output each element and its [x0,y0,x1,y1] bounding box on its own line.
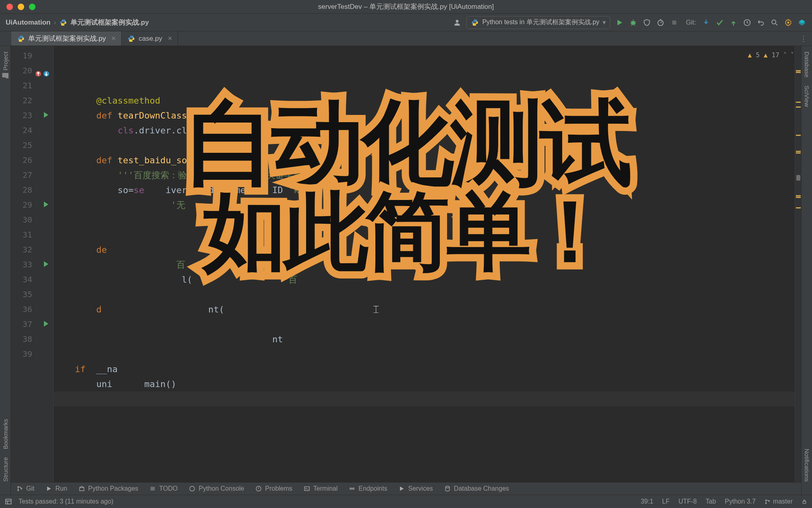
code-line[interactable]: cls.driver.close() [54,123,795,138]
toolwindows-toggle-icon[interactable] [5,498,12,505]
code-line[interactable]: d nt( [54,302,795,317]
scrollbar-thumb[interactable] [796,175,800,181]
chevron-down-icon[interactable]: ˅ [791,48,794,62]
code-line[interactable] [54,287,795,302]
code-with-me-icon[interactable] [798,18,806,27]
lock-icon[interactable] [802,499,807,504]
editor[interactable]: 1920212223242526272829303132333435363738… [11,46,801,482]
svg-point-0 [62,20,63,21]
git-branch[interactable]: master [764,498,793,505]
run-gutter-icon[interactable] [44,321,48,327]
code-line[interactable]: nt [54,332,795,347]
run-button[interactable] [615,18,624,27]
inspections-widget[interactable]: ▲ 5 ▲ 17 ˄ ˅ [748,48,794,62]
git-commit-icon[interactable] [715,18,724,27]
git-label: Git: [686,19,696,26]
profile-button[interactable] [656,18,665,27]
run-configuration-selector[interactable]: Python tests in 单元测试框架案例实战.py ▾ [466,16,610,29]
run-gutter-icon[interactable] [44,112,48,118]
project-toolwindow-button[interactable]: Project [2,52,9,79]
code-line[interactable] [54,347,795,362]
debug-button[interactable] [629,18,638,27]
code-line[interactable]: if __na [54,362,795,377]
breadcrumb-project[interactable]: UiAutomation [6,19,50,27]
code-line[interactable]: '无 [54,198,795,212]
code-line[interactable]: de [54,242,795,257]
code-line[interactable] [54,227,795,242]
code-line[interactable] [54,138,795,153]
code-line[interactable]: so=se iver.find_eleme ID 'kw') [54,183,795,198]
close-tab-icon[interactable]: × [112,34,116,43]
user-icon[interactable] [453,18,462,27]
code-area[interactable]: ▲ 5 ▲ 17 ˄ ˅ @classmethod def tearDownCl… [54,46,795,482]
python-packages-toolwindow-button[interactable]: Python Packages [79,485,139,492]
stop-button[interactable] [670,18,679,27]
coverage-button[interactable] [642,18,651,27]
caret-position[interactable]: 39:1 [641,498,653,505]
minimize-window-icon[interactable] [18,4,24,10]
python-interpreter[interactable]: Python 3.7 [725,498,756,505]
python-console-toolwindow-button[interactable]: Python Console [189,485,244,492]
editor-tab-active[interactable]: 单元测试框架案例实战.py × [11,31,122,46]
svg-rect-25 [803,501,806,503]
left-tool-stripe: Project Bookmarks Structure [0,46,11,495]
settings-icon[interactable] [784,18,793,27]
run-gutter-icon[interactable] [44,202,48,207]
code-line[interactable] [54,212,795,227]
todo-toolwindow-button[interactable]: TODO [149,485,178,492]
implements-gutter-icon[interactable] [35,67,42,75]
endpoints-toolwindow-button[interactable]: Endpoints [349,485,387,492]
run-toolwindow-button[interactable]: Run [46,485,67,492]
chevron-right-icon: › [54,19,56,27]
run-gutter-icon[interactable] [44,261,48,267]
code-line[interactable]: 百 [54,257,795,272]
svg-point-4 [658,20,663,25]
editor-gutter[interactable]: 1920212223242526272829303132333435363738… [11,46,54,482]
breadcrumb-file[interactable]: 单元测试框架案例实战.py [70,18,149,27]
editor-tabs: 单元测试框架案例实战.py × case.py × ⋮ [0,31,812,46]
git-rollback-icon[interactable] [756,18,765,27]
terminal-toolwindow-button[interactable]: Terminal [304,485,338,492]
code-line[interactable]: def test_baidu_so(self): [54,153,795,168]
breadcrumb[interactable]: UiAutomation › 单元测试框架案例实战.py [6,18,149,27]
close-window-icon[interactable] [6,4,13,10]
editor-tab[interactable]: case.py × [122,31,178,46]
bookmarks-toolwindow-button[interactable]: Bookmarks [2,419,9,449]
database-changes-toolwindow-button[interactable]: Database Changes [444,485,509,492]
line-separator[interactable]: LF [662,498,670,505]
maximize-window-icon[interactable] [29,4,35,10]
code-line[interactable]: def tearDownClass(cls) -> None: [54,108,795,123]
git-push-icon[interactable] [729,18,738,27]
indent-setting[interactable]: Tab [706,498,716,505]
code-line[interactable]: @classmethod [54,93,795,108]
code-line[interactable]: '''百度搜索：验证搜索输入框输入的关键字是否输入''' [54,168,795,183]
database-toolwindow-button[interactable]: Database [804,52,810,77]
error-icon: ▲ [748,48,752,62]
status-message: Tests passed: 3 (11 minutes ago) [19,498,114,505]
sciview-toolwindow-button[interactable]: SciView [804,85,810,107]
problems-toolwindow-button[interactable]: Problems [255,485,292,492]
git-history-icon[interactable] [743,18,752,27]
python-tests-icon [471,19,479,27]
git-pull-icon[interactable] [702,18,710,27]
override-gutter-icon[interactable] [43,67,50,75]
svg-point-11 [18,487,19,488]
structure-toolwindow-button[interactable]: Structure [2,457,9,482]
code-line[interactable]: l( '百 [54,272,795,287]
code-line[interactable] [54,317,795,332]
tab-options-icon[interactable]: ⋮ [799,34,808,43]
services-toolwindow-button[interactable]: Services [398,485,433,492]
svg-rect-17 [304,487,309,490]
chevron-up-icon[interactable]: ˄ [783,48,787,62]
svg-rect-21 [6,499,11,504]
notifications-toolwindow-button[interactable]: Notifications [804,449,810,482]
git-toolwindow-button[interactable]: Git [17,485,34,492]
search-everywhere-icon[interactable] [770,18,779,27]
code-line[interactable] [54,391,795,406]
svg-point-22 [766,500,767,501]
close-tab-icon[interactable]: × [168,34,172,43]
code-line[interactable]: uni main() [54,377,795,391]
editor-marks-stripe[interactable] [795,46,801,482]
error-count: 5 [756,48,760,62]
file-encoding[interactable]: UTF-8 [678,498,696,505]
